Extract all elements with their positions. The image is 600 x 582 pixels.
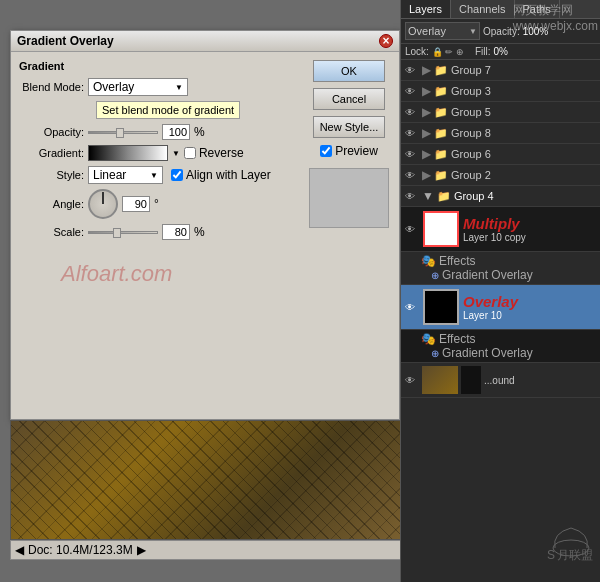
layer-group6[interactable]: 👁 ▶ 📁 Group 6 (401, 144, 600, 165)
scale-input[interactable] (162, 224, 190, 240)
eye-icon-multiply[interactable]: 👁 (405, 224, 419, 235)
fill-value: 0% (493, 46, 507, 57)
align-layer-row: Align with Layer (171, 168, 271, 182)
angle-unit: ° (154, 197, 159, 211)
multiply-layer-name: Layer 10 copy (463, 232, 526, 243)
watermark-text: Alfoart.com (61, 261, 172, 287)
layer-group4[interactable]: 👁 ▼ 📁 Group 4 (401, 186, 600, 207)
new-style-button[interactable]: New Style... (313, 116, 385, 138)
angle-input[interactable] (122, 196, 150, 212)
eye-icon-overlay[interactable]: 👁 (405, 302, 419, 313)
layers-panel: 网页教学网 www.webjx.com Layers Channels Path… (400, 0, 600, 582)
layer-group3[interactable]: 👁 ▶ 📁 Group 3 (401, 81, 600, 102)
eye-icon-group2[interactable]: 👁 (405, 170, 419, 181)
eye-icon-group8[interactable]: 👁 (405, 128, 419, 139)
overlay-layer[interactable]: 👁 Overlay Layer 10 (401, 285, 600, 330)
blend-mode-tooltip: Set blend mode of gradient (96, 101, 240, 119)
site-watermark: 网页教学网 www.webjx.com (513, 2, 598, 33)
effects-icon-overlay: 🎭 (421, 332, 436, 346)
effects-icon-multiply: 🎭 (421, 254, 436, 268)
folder-icon-group5: 📁 (434, 106, 448, 119)
dialog-left-panel: Gradient Blend Mode: Overlay ▼ Set blend… (11, 52, 299, 418)
overlay-gradient-overlay[interactable]: ⊕ Gradient Overlay (421, 346, 592, 360)
canvas-image (10, 420, 405, 540)
arrow-left[interactable]: ◀ (15, 543, 24, 557)
cancel-button[interactable]: Cancel (313, 88, 385, 110)
angle-row: Angle: ° (19, 189, 291, 219)
blend-mode-dropdown[interactable]: Overlay ▼ (88, 78, 188, 96)
overlay-effects: 🎭 Effects ⊕ Gradient Overlay (401, 330, 600, 363)
preview-checkbox[interactable] (320, 145, 332, 157)
multiply-effects: 🎭 Effects ⊕ Gradient Overlay (401, 252, 600, 285)
scale-slider-container: % (88, 224, 205, 240)
preview-row: Preview (320, 144, 378, 158)
bottom-layer-name: ...ound (484, 375, 515, 386)
reverse-checkbox-row: Reverse (184, 146, 244, 160)
overlay-thumb (423, 289, 459, 325)
folder-icon-group6: 📁 (434, 148, 448, 161)
lock-label: Lock: (405, 46, 429, 57)
layer-group2[interactable]: 👁 ▶ 📁 Group 2 (401, 165, 600, 186)
multiply-gradient-overlay[interactable]: ⊕ Gradient Overlay (421, 268, 592, 282)
eye-icon-group7[interactable]: 👁 (405, 65, 419, 76)
overlay-text: Overlay (463, 293, 518, 310)
gradient-label: Gradient: (19, 147, 84, 159)
bottom-logo: 月联盟 S (546, 522, 596, 562)
dialog-titlebar: Gradient Overlay × (11, 31, 399, 52)
fx-icon-overlay: ⊕ (431, 348, 439, 359)
svg-text:S: S (547, 548, 555, 561)
align-layer-checkbox[interactable] (171, 169, 183, 181)
style-row: Style: Linear ▼ Align with Layer (19, 166, 291, 184)
eye-icon-bottom[interactable]: 👁 (405, 375, 419, 386)
eye-icon-group4[interactable]: 👁 (405, 191, 419, 202)
eye-icon-group6[interactable]: 👁 (405, 149, 419, 160)
gradient-section-title: Gradient (19, 60, 291, 72)
dialog-content: Gradient Blend Mode: Overlay ▼ Set blend… (11, 52, 399, 418)
overlay-layer-info: Overlay Layer 10 (463, 293, 518, 321)
overlay-layer-name: Layer 10 (463, 310, 518, 321)
layer-group5[interactable]: 👁 ▶ 📁 Group 5 (401, 102, 600, 123)
reverse-label: Reverse (199, 146, 244, 160)
ok-button[interactable]: OK (313, 60, 385, 82)
preview-label: Preview (335, 144, 378, 158)
lock-fill-row: Lock: 🔒 ✏ ⊕ Fill: 0% (401, 44, 600, 60)
dropdown-arrow-gradient[interactable]: ▼ (172, 149, 180, 158)
reverse-checkbox[interactable] (184, 147, 196, 159)
close-button[interactable]: × (379, 34, 393, 48)
dialog-right-panel: OK Cancel New Style... Preview (299, 52, 399, 418)
gradient-row: Gradient: ▼ Reverse (19, 145, 291, 161)
preview-box (309, 168, 389, 228)
gradient-picker[interactable] (88, 145, 168, 161)
folder-icon-group2: 📁 (434, 169, 448, 182)
opacity-label: Opacity: (19, 126, 84, 138)
tab-layers[interactable]: Layers (401, 0, 451, 18)
style-dropdown[interactable]: Linear ▼ (88, 166, 163, 184)
layers-blend-dropdown[interactable]: Overlay ▼ (405, 22, 480, 40)
layer-group7[interactable]: 👁 ▶ 📁 Group 7 (401, 60, 600, 81)
opacity-slider[interactable] (88, 131, 158, 134)
arrow-right[interactable]: ▶ (137, 543, 146, 557)
multiply-thumb (423, 211, 459, 247)
align-layer-label: Align with Layer (186, 168, 271, 182)
folder-icon-group3: 📁 (434, 85, 448, 98)
fill-label: Fill: (475, 46, 491, 57)
eye-icon-group3[interactable]: 👁 (405, 86, 419, 97)
scale-label: Scale: (19, 226, 84, 238)
bottom-layer-thumb (422, 366, 458, 394)
scale-slider[interactable] (88, 231, 158, 234)
blend-mode-row: Blend Mode: Overlay ▼ (19, 78, 291, 96)
fx-icon-multiply: ⊕ (431, 270, 439, 281)
tab-channels[interactable]: Channels (451, 0, 514, 18)
eye-icon-group5[interactable]: 👁 (405, 107, 419, 118)
multiply-effects-label: 🎭 Effects (421, 254, 592, 268)
lock-icons: 🔒 ✏ ⊕ (432, 47, 464, 57)
bottom-layer[interactable]: 👁 ...ound (401, 363, 600, 398)
folder-icon-group8: 📁 (434, 127, 448, 140)
layer-group8[interactable]: 👁 ▶ 📁 Group 8 (401, 123, 600, 144)
angle-dial[interactable] (88, 189, 118, 219)
scale-unit: % (194, 225, 205, 239)
multiply-layer[interactable]: 👁 Multiply Layer 10 copy (401, 207, 600, 252)
dialog-title: Gradient Overlay (17, 34, 114, 48)
opacity-input[interactable] (162, 124, 190, 140)
multiply-layer-info: Multiply Layer 10 copy (463, 215, 526, 243)
